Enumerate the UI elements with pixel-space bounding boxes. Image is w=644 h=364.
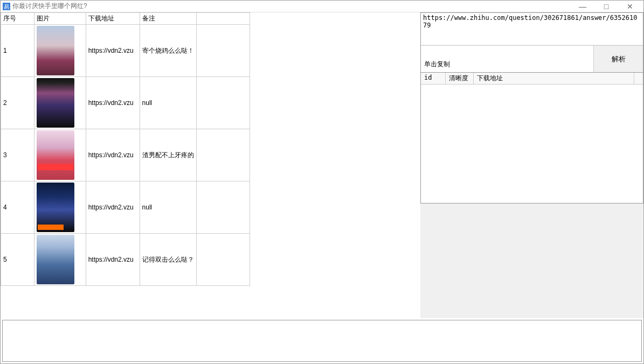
cell-remark: 寄个烧鸡么么哒！ bbox=[140, 25, 196, 77]
cell-index: 2 bbox=[1, 77, 34, 129]
main-table[interactable]: 序号 图片 下载地址 备注 1 https://vdn2.vzu 寄个烧鸡么 bbox=[1, 12, 250, 286]
cell-remark: 渣男配不上牙疼的 bbox=[140, 129, 196, 181]
cell-url: https://vdn2.vzu bbox=[86, 129, 140, 181]
right-list[interactable]: id 清晰度 下载地址 bbox=[420, 73, 643, 204]
table-row[interactable]: 5 https://vdn2.vzu 记得双击么么哒？ bbox=[1, 234, 250, 286]
cell-index: 5 bbox=[1, 234, 34, 286]
cell-remark: null bbox=[140, 77, 196, 129]
cell-remark: 记得双击么么哒？ bbox=[140, 234, 196, 286]
title-bar: 易 你最讨厌快手里哪个网红? — □ ✕ bbox=[1, 1, 643, 12]
svg-text:易: 易 bbox=[4, 4, 9, 10]
col-header-remark[interactable]: 备注 bbox=[140, 13, 196, 25]
cell-url: https://vdn2.vzu bbox=[86, 77, 140, 129]
url-input[interactable] bbox=[421, 13, 643, 45]
parse-button[interactable]: 解析 bbox=[593, 46, 643, 72]
cell-image bbox=[34, 181, 86, 234]
table-row[interactable]: 3 https://vdn2.vzu 渣男配不上牙疼的 bbox=[1, 129, 250, 181]
table-row[interactable]: 4 https://vdn2.vzu null bbox=[1, 181, 250, 234]
cell-extra bbox=[196, 234, 250, 286]
right-list-body bbox=[421, 85, 643, 203]
cell-index: 1 bbox=[1, 25, 34, 77]
copy-hint-label[interactable]: 单击复制 bbox=[421, 46, 593, 72]
cell-image bbox=[34, 77, 86, 129]
thumbnail-image bbox=[37, 235, 74, 284]
cell-extra bbox=[196, 181, 250, 234]
table-row[interactable]: 1 https://vdn2.vzu 寄个烧鸡么么哒！ bbox=[1, 25, 250, 77]
right-panel: 单击复制 解析 id 清晰度 下载地址 bbox=[250, 12, 643, 318]
table-header-row: 序号 图片 下载地址 备注 bbox=[1, 13, 250, 25]
close-button[interactable]: ✕ bbox=[623, 2, 637, 11]
thumbnail-image bbox=[37, 183, 74, 232]
left-panel: 序号 图片 下载地址 备注 1 https://vdn2.vzu 寄个烧鸡么 bbox=[1, 12, 250, 318]
cell-extra bbox=[196, 25, 250, 77]
cell-url: https://vdn2.vzu bbox=[86, 25, 140, 77]
window-title: 你最讨厌快手里哪个网红? bbox=[12, 2, 576, 11]
col-header-url[interactable]: 下载地址 bbox=[86, 13, 140, 25]
right-top: 单击复制 解析 bbox=[420, 12, 643, 73]
right-empty-area bbox=[420, 204, 643, 318]
body-area: 序号 图片 下载地址 备注 1 https://vdn2.vzu 寄个烧鸡么 bbox=[1, 12, 643, 363]
cell-url: https://vdn2.vzu bbox=[86, 181, 140, 234]
thumbnail-image bbox=[37, 130, 74, 180]
thumbnail-image bbox=[37, 26, 74, 75]
col-header-index[interactable]: 序号 bbox=[1, 13, 34, 25]
app-window: 易 你最讨厌快手里哪个网红? — □ ✕ 序号 图片 下载地址 备注 bbox=[0, 0, 644, 364]
maximize-button[interactable]: □ bbox=[599, 2, 613, 11]
right-list-header: id 清晰度 下载地址 bbox=[421, 73, 643, 85]
rl-header-url[interactable]: 下载地址 bbox=[474, 73, 634, 84]
minimize-button[interactable]: — bbox=[576, 2, 590, 11]
col-header-image[interactable]: 图片 bbox=[34, 13, 86, 25]
cell-image bbox=[34, 129, 86, 181]
cell-index: 3 bbox=[1, 129, 34, 181]
cell-extra bbox=[196, 129, 250, 181]
cell-index: 4 bbox=[1, 181, 34, 234]
cell-image bbox=[34, 25, 86, 77]
cell-image bbox=[34, 234, 86, 286]
rl-header-tail bbox=[634, 73, 643, 84]
top-row: 序号 图片 下载地址 备注 1 https://vdn2.vzu 寄个烧鸡么 bbox=[1, 12, 643, 318]
cell-remark: null bbox=[140, 181, 196, 234]
rl-header-quality[interactable]: 清晰度 bbox=[446, 73, 474, 84]
table-row[interactable]: 2 https://vdn2.vzu null bbox=[1, 77, 250, 129]
rl-header-id[interactable]: id bbox=[421, 73, 446, 84]
bottom-text-area[interactable] bbox=[2, 320, 642, 362]
window-controls: — □ ✕ bbox=[576, 2, 641, 11]
thumbnail-image bbox=[37, 78, 74, 128]
right-controls: 单击复制 解析 bbox=[421, 45, 643, 72]
cell-extra bbox=[196, 77, 250, 129]
app-icon: 易 bbox=[3, 3, 10, 10]
cell-url: https://vdn2.vzu bbox=[86, 234, 140, 286]
col-header-extra[interactable] bbox=[196, 13, 250, 25]
